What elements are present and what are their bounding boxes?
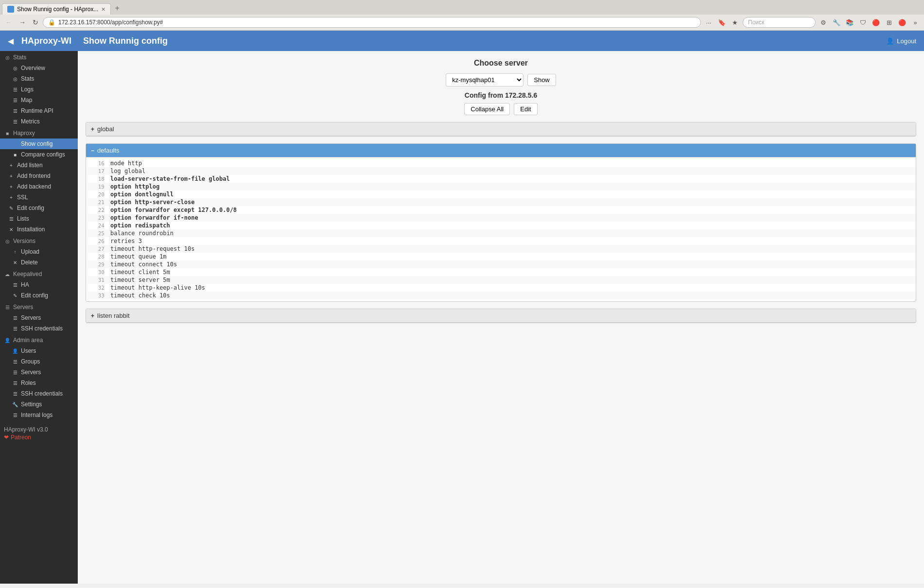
sidebar-item-add-frontend-label: Add frontend <box>17 173 51 179</box>
gear-icon[interactable]: ⚙ <box>818 17 829 28</box>
line-content: option forwardfor if-none <box>110 214 198 221</box>
sidebar-item-edit-config[interactable]: ✎ Edit config <box>0 203 78 213</box>
refresh-button[interactable]: ↻ <box>30 17 41 28</box>
metrics-icon: ☰ <box>12 119 18 124</box>
sidebar-item-overview[interactable]: ◎ Overview <box>0 63 78 73</box>
chevron-right-icon[interactable]: » <box>909 17 921 28</box>
more-button[interactable]: ··· <box>703 17 715 28</box>
sidebar-collapse-button[interactable]: ◀ <box>8 36 14 46</box>
sidebar-item-roles[interactable]: ☰ Roles <box>0 378 78 388</box>
line-number: 17 <box>90 168 105 174</box>
config-section-global-header[interactable]: + global <box>86 122 916 136</box>
config-section-defaults-header[interactable]: − defaults <box>86 144 916 157</box>
sidebar-item-stats[interactable]: ◎ Stats <box>0 73 78 84</box>
sidebar-item-runtime-api[interactable]: ☰ Runtime API <box>0 105 78 116</box>
logs-icon: ☰ <box>12 87 18 92</box>
sidebar-section-keepalived[interactable]: ☁ Keepalived <box>0 268 78 279</box>
sidebar-item-servers-label: Servers <box>21 314 41 321</box>
edit-button[interactable]: Edit <box>514 103 537 115</box>
addon3-icon[interactable]: ⊞ <box>883 17 895 28</box>
circle-icon: ◎ <box>4 55 11 60</box>
line-number: 16 <box>90 160 105 167</box>
config-line: 18load-server-state-from-file global <box>86 175 916 183</box>
defaults-lines: 16mode http17log global18load-server-sta… <box>86 157 916 301</box>
star-icon[interactable]: ★ <box>729 17 741 28</box>
line-content: timeout check 10s <box>110 292 170 299</box>
listen-rabbit-toggle-icon: + <box>91 312 94 319</box>
sidebar-section-versions[interactable]: ◎ Versions <box>0 235 78 246</box>
sidebar-item-map-label: Map <box>21 97 32 104</box>
addon2-icon[interactable]: 🔴 <box>870 17 882 28</box>
browser-chrome: Show Runnig config - HAprox... ✕ + ← → ↻… <box>0 0 924 31</box>
sidebar-item-groups-label: Groups <box>21 358 40 365</box>
sidebar-item-servers[interactable]: ☰ Servers <box>0 312 78 323</box>
sidebar-item-admin-servers[interactable]: ☰ Servers <box>0 367 78 378</box>
new-tab-button[interactable]: + <box>111 2 123 15</box>
page-title: Show Runnig config <box>83 36 168 46</box>
sidebar-item-add-frontend[interactable]: + Add frontend <box>0 171 78 181</box>
sidebar-item-logs[interactable]: ☰ Logs <box>0 84 78 95</box>
line-number: 20 <box>90 191 105 198</box>
sidebar-item-admin-ssh-credentials[interactable]: ☰ SSH credentials <box>0 388 78 399</box>
sidebar-item-show-config[interactable]: Show config <box>0 138 78 149</box>
sidebar-item-compare-configs[interactable]: ■ Compare configs <box>0 149 78 160</box>
sidebar-item-groups[interactable]: ☰ Groups <box>0 356 78 367</box>
sidebar-section-haproxy[interactable]: ■ Haproxy <box>0 127 78 138</box>
config-section-global: + global <box>86 122 916 137</box>
sidebar-item-lists-label: Lists <box>17 215 29 222</box>
sidebar-item-metrics[interactable]: ☰ Metrics <box>0 116 78 127</box>
logout-button[interactable]: 👤 Logout <box>886 37 916 45</box>
browser-tab-active[interactable]: Show Runnig config - HAprox... ✕ <box>2 3 111 15</box>
sidebar-item-delete[interactable]: ✕ Delete <box>0 257 78 268</box>
line-content: timeout client 5m <box>110 269 170 276</box>
wrench-icon[interactable]: 🔧 <box>831 17 842 28</box>
delete-icon: ✕ <box>12 260 18 265</box>
config-section-listen-rabbit-header[interactable]: + listen rabbit <box>86 309 916 323</box>
config-line: 23option forwardfor if-none <box>86 214 916 222</box>
app-brand: HAproxy-WI <box>21 36 71 46</box>
sidebar-item-users[interactable]: 👤 Users <box>0 346 78 356</box>
forward-button[interactable]: → <box>17 17 28 28</box>
sidebar-item-upload[interactable]: ↑ Upload <box>0 246 78 257</box>
browser-search[interactable]: Поиск <box>743 17 816 28</box>
sidebar-item-ssh-credentials[interactable]: ☰ SSH credentials <box>0 323 78 334</box>
defaults-toggle-icon: − <box>91 147 94 154</box>
addon4-icon[interactable]: 🔴 <box>896 17 908 28</box>
line-number: 32 <box>90 285 105 291</box>
lists-icon: ☰ <box>8 216 15 222</box>
show-button[interactable]: Show <box>527 74 556 86</box>
server-select[interactable]: kz-mysqlhap01 <box>446 73 523 86</box>
address-bar[interactable]: 🔒 172.23.16.157:8000/app/configshow.py# <box>43 17 701 28</box>
back-button[interactable]: ← <box>3 17 15 28</box>
browser-tabs: Show Runnig config - HAprox... ✕ + <box>0 0 924 15</box>
servers-icon: ☰ <box>12 315 18 321</box>
sidebar-item-add-listen[interactable]: + Add listen <box>0 160 78 171</box>
sidebar-section-stats[interactable]: ◎ Stats <box>0 51 78 63</box>
add-listen-icon: + <box>8 163 15 168</box>
sidebar-section-admin[interactable]: 👤 Admin area <box>0 334 78 346</box>
collapse-all-button[interactable]: Collapse All <box>464 103 510 115</box>
line-content: timeout http-keep-alive 10s <box>110 284 205 291</box>
sidebar-item-installation[interactable]: ✕ Installation <box>0 224 78 235</box>
settings-icon: 🔧 <box>12 402 18 407</box>
books-icon[interactable]: 📚 <box>844 17 855 28</box>
sidebar-item-internal-logs[interactable]: ☰ Internal logs <box>0 410 78 420</box>
bookmark-icon[interactable]: 🔖 <box>716 17 728 28</box>
tab-close-button[interactable]: ✕ <box>101 6 105 13</box>
sidebar-section-servers[interactable]: ☰ Servers <box>0 301 78 312</box>
config-line: 27timeout http-request 10s <box>86 245 916 253</box>
sidebar-item-add-backend[interactable]: + Add backend <box>0 181 78 192</box>
sidebar-item-map[interactable]: ☰ Map <box>0 95 78 105</box>
sidebar-item-settings[interactable]: 🔧 Settings <box>0 399 78 410</box>
line-content: timeout queue 1m <box>110 253 167 260</box>
sidebar-item-ha[interactable]: ☰ HA <box>0 279 78 290</box>
sidebar-item-installation-label: Installation <box>17 226 45 233</box>
patreon-link[interactable]: ❤ Patreon <box>4 434 74 441</box>
main-content: Choose server kz-mysqlhap01 Show Config … <box>78 51 924 584</box>
servers-section-icon: ☰ <box>4 305 11 310</box>
tab-favicon <box>7 6 14 13</box>
sidebar-item-keepalived-edit-config[interactable]: ✎ Edit config <box>0 290 78 301</box>
addon1-icon[interactable]: 🛡 <box>857 17 869 28</box>
sidebar-item-ssl[interactable]: + SSL <box>0 192 78 203</box>
sidebar-item-lists[interactable]: ☰ Lists <box>0 213 78 224</box>
